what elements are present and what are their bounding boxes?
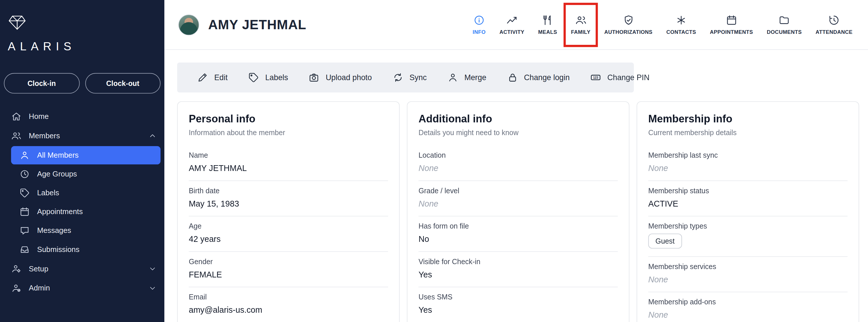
folder-icon: [779, 14, 790, 26]
member-tabs: INFO ACTIVITY MEALS: [473, 14, 868, 35]
alaris-gem-icon: [8, 14, 27, 31]
field-value: AMY JETHMAL: [189, 163, 388, 173]
field-label: Membership types: [648, 222, 847, 230]
merge-button[interactable]: Merge: [447, 72, 486, 83]
sidebar-item-label: All Members: [37, 151, 79, 159]
inbox-icon: [20, 244, 30, 255]
members-submenu: All Members Age Groups Labels: [0, 146, 164, 258]
tab-label: DOCUMENTS: [767, 29, 802, 35]
field-value: None: [648, 310, 847, 319]
card-title: Additional info: [418, 113, 618, 125]
admin-icon: [11, 283, 22, 293]
clock-out-button[interactable]: Clock-out: [85, 73, 161, 94]
meals-icon: [542, 14, 554, 26]
field-label: Membership status: [648, 187, 847, 195]
tab-label: CONTACTS: [666, 29, 696, 35]
card-subtitle: Information about the member: [189, 128, 388, 137]
field-row-grade-level: Grade / level None: [418, 181, 618, 216]
field-label: Gender: [189, 257, 388, 266]
info-icon: [473, 14, 485, 26]
sidebar-item-members[interactable]: Members: [0, 126, 164, 146]
field-value: None: [418, 199, 618, 208]
field-label: Age: [189, 222, 388, 230]
tab-contacts[interactable]: CONTACTS: [666, 14, 696, 35]
tag-icon: [248, 72, 259, 83]
upload-photo-button[interactable]: Upload photo: [308, 72, 372, 83]
card-rows: Membership last sync None Membership sta…: [648, 146, 847, 322]
member-name: AMY JETHMAL: [208, 17, 306, 32]
field-label: Uses SMS: [418, 293, 618, 301]
tab-label: FAMILY: [571, 29, 590, 35]
chevron-down-icon: [148, 265, 157, 273]
sidebar-item-label: Members: [29, 132, 60, 140]
history-clock-icon: [828, 14, 840, 26]
card-title: Membership info: [648, 113, 847, 125]
membership-info-card: Membership info Current membership detai…: [637, 101, 859, 322]
sync-button[interactable]: Sync: [392, 72, 427, 83]
field-label: Membership add-ons: [648, 298, 847, 306]
tab-meals[interactable]: MEALS: [538, 14, 557, 35]
tab-family[interactable]: FAMILY: [571, 14, 590, 35]
sidebar-item-label: Setup: [29, 265, 48, 273]
field-row-birth-date: Birth date May 15, 1983: [189, 181, 388, 216]
card-title: Personal info: [189, 113, 388, 125]
sidebar-item-setup[interactable]: Setup: [0, 259, 164, 278]
members-icon: [11, 131, 22, 141]
field-value: No: [418, 234, 618, 244]
pin-pad-icon: 123: [590, 72, 601, 83]
field-row-gender: Gender FEMALE: [189, 252, 388, 287]
field-label: Location: [418, 151, 618, 159]
member-header: AMY JETHMAL INFO ACTIVITY: [164, 0, 868, 50]
sidebar-item-label: Home: [29, 112, 49, 121]
tab-info[interactable]: INFO: [473, 14, 486, 35]
clock-buttons: Clock-in Clock-out: [0, 73, 164, 94]
app-window: ALARIS Clock-in Clock-out Home Members: [0, 0, 868, 322]
pencil-icon: [197, 72, 208, 83]
sidebar-item-label: Labels: [37, 189, 59, 197]
edit-button[interactable]: Edit: [197, 72, 227, 83]
message-icon: [20, 225, 30, 236]
field-row-has-form: Has form on file No: [418, 216, 618, 252]
change-login-button[interactable]: Change login: [507, 72, 570, 83]
svg-text:123: 123: [593, 76, 598, 79]
tab-activity[interactable]: ACTIVITY: [499, 14, 524, 35]
tab-label: ATTENDANCE: [816, 29, 852, 35]
field-value: FEMALE: [189, 270, 388, 279]
sidebar-item-messages[interactable]: Messages: [11, 221, 161, 239]
sidebar-item-label: Messages: [37, 227, 71, 235]
sync-icon: [392, 72, 403, 83]
sidebar-item-home[interactable]: Home: [0, 107, 164, 126]
tab-authorizations[interactable]: AUTHORIZATIONS: [604, 14, 653, 35]
brand-name: ALARIS: [8, 40, 157, 53]
membership-type-chip: Guest: [648, 233, 682, 249]
sidebar-item-age-groups[interactable]: Age Groups: [11, 165, 161, 183]
age-groups-icon: [20, 169, 30, 180]
field-label: Has form on file: [418, 222, 618, 230]
clock-in-button[interactable]: Clock-in: [4, 73, 79, 94]
field-value: ACTIVE: [648, 199, 847, 208]
tab-appointments[interactable]: APPOINTMENTS: [710, 14, 753, 35]
tab-documents[interactable]: DOCUMENTS: [767, 14, 802, 35]
chevron-up-icon: [148, 132, 157, 140]
sidebar-item-labels[interactable]: Labels: [11, 184, 161, 202]
field-row-last-sync: Membership last sync None: [648, 146, 847, 181]
member-avatar[interactable]: [178, 14, 199, 35]
sidebar-item-admin[interactable]: Admin: [0, 278, 164, 298]
sidebar-item-submissions[interactable]: Submissions: [11, 240, 161, 258]
sidebar-item-all-members[interactable]: All Members: [11, 146, 161, 164]
sidebar-item-appointments[interactable]: Appointments: [11, 202, 161, 221]
change-pin-button[interactable]: 123 Change PIN: [590, 72, 650, 83]
sidebar-item-label: Admin: [29, 284, 50, 292]
chevron-down-icon: [148, 284, 157, 292]
labels-button[interactable]: Labels: [248, 72, 288, 83]
info-cards: Personal info Information about the memb…: [164, 93, 868, 322]
action-label: Upload photo: [326, 73, 372, 82]
tab-attendance[interactable]: ATTENDANCE: [816, 14, 852, 35]
calendar-icon: [726, 14, 737, 26]
field-value: None: [418, 163, 618, 173]
sidebar-item-label: Submissions: [37, 245, 79, 254]
field-row-membership-services: Membership services None: [648, 257, 847, 292]
field-label: Membership last sync: [648, 151, 847, 159]
field-value: 42 years: [189, 234, 388, 244]
tab-label: APPOINTMENTS: [710, 29, 753, 35]
